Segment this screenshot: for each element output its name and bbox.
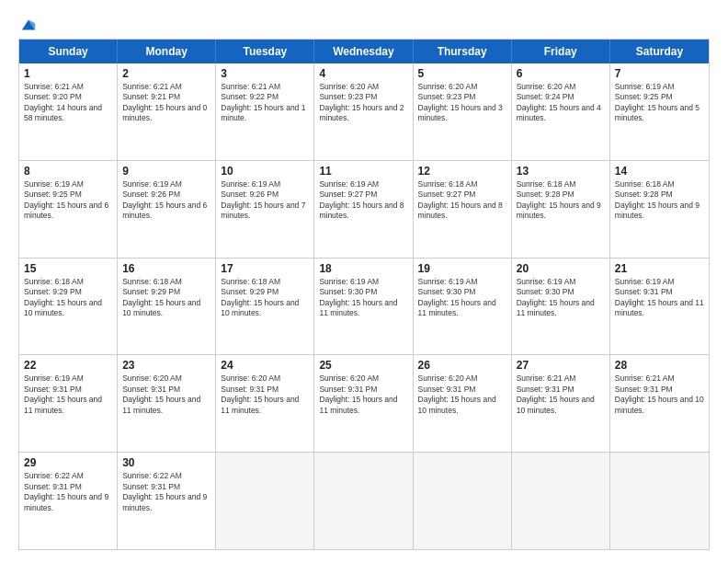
cell-info: Sunrise: 6:18 AMSunset: 9:29 PMDaylight:…	[122, 277, 210, 319]
calendar-cell-24: 24Sunrise: 6:20 AMSunset: 9:31 PMDayligh…	[216, 355, 314, 452]
day-name-thursday: Thursday	[414, 40, 512, 63]
day-number: 5	[418, 67, 506, 80]
cell-info: Sunrise: 6:19 AMSunset: 9:30 PMDaylight:…	[517, 277, 605, 319]
day-number: 22	[24, 359, 112, 372]
calendar-cell-9: 9Sunrise: 6:19 AMSunset: 9:26 PMDaylight…	[118, 161, 216, 258]
calendar-body: 1Sunrise: 6:21 AMSunset: 9:20 PMDaylight…	[19, 63, 709, 549]
empty-cell	[610, 453, 709, 549]
day-number: 24	[221, 359, 309, 372]
calendar-cell-27: 27Sunrise: 6:21 AMSunset: 9:31 PMDayligh…	[512, 355, 610, 452]
calendar-cell-28: 28Sunrise: 6:21 AMSunset: 9:31 PMDayligh…	[610, 355, 709, 452]
empty-cell	[414, 453, 512, 549]
calendar-cell-18: 18Sunrise: 6:19 AMSunset: 9:30 PMDayligh…	[314, 259, 413, 355]
calendar-cell-22: 22Sunrise: 6:19 AMSunset: 9:31 PMDayligh…	[19, 355, 118, 452]
cell-info: Sunrise: 6:18 AMSunset: 9:28 PMDaylight:…	[517, 179, 605, 222]
calendar-row-3: 15Sunrise: 6:18 AMSunset: 9:29 PMDayligh…	[19, 259, 709, 356]
cell-info: Sunrise: 6:21 AMSunset: 9:31 PMDaylight:…	[517, 373, 605, 416]
calendar-cell-11: 11Sunrise: 6:19 AMSunset: 9:27 PMDayligh…	[314, 161, 413, 258]
logo	[18, 17, 37, 29]
day-number: 2	[122, 67, 210, 80]
day-number: 25	[319, 359, 407, 372]
day-number: 4	[319, 67, 407, 80]
day-name-friday: Friday	[512, 40, 610, 63]
cell-info: Sunrise: 6:19 AMSunset: 9:31 PMDaylight:…	[24, 373, 112, 416]
cell-info: Sunrise: 6:19 AMSunset: 9:25 PMDaylight:…	[24, 179, 112, 222]
day-number: 9	[122, 165, 210, 178]
day-number: 15	[24, 262, 112, 275]
calendar-cell-25: 25Sunrise: 6:20 AMSunset: 9:31 PMDayligh…	[314, 355, 413, 452]
calendar-cell-19: 19Sunrise: 6:19 AMSunset: 9:30 PMDayligh…	[414, 259, 512, 355]
calendar-cell-6: 6Sunrise: 6:20 AMSunset: 9:24 PMDaylight…	[512, 63, 610, 160]
calendar-cell-10: 10Sunrise: 6:19 AMSunset: 9:26 PMDayligh…	[216, 161, 314, 258]
cell-info: Sunrise: 6:21 AMSunset: 9:31 PMDaylight:…	[615, 373, 704, 416]
day-name-wednesday: Wednesday	[314, 40, 413, 63]
calendar-cell-3: 3Sunrise: 6:21 AMSunset: 9:22 PMDaylight…	[216, 63, 314, 160]
cell-info: Sunrise: 6:21 AMSunset: 9:20 PMDaylight:…	[24, 82, 112, 124]
calendar-cell-15: 15Sunrise: 6:18 AMSunset: 9:29 PMDayligh…	[19, 259, 118, 355]
day-number: 17	[221, 262, 309, 275]
calendar-cell-23: 23Sunrise: 6:20 AMSunset: 9:31 PMDayligh…	[118, 355, 216, 452]
cell-info: Sunrise: 6:19 AMSunset: 9:26 PMDaylight:…	[122, 179, 210, 222]
day-number: 10	[221, 165, 309, 178]
day-number: 28	[615, 359, 704, 372]
calendar-row-2: 8Sunrise: 6:19 AMSunset: 9:25 PMDaylight…	[19, 161, 709, 259]
cell-info: Sunrise: 6:20 AMSunset: 9:31 PMDaylight:…	[319, 373, 407, 416]
calendar-cell-20: 20Sunrise: 6:19 AMSunset: 9:30 PMDayligh…	[512, 259, 610, 355]
logo-icon	[20, 17, 37, 33]
calendar-cell-26: 26Sunrise: 6:20 AMSunset: 9:31 PMDayligh…	[414, 355, 512, 452]
cell-info: Sunrise: 6:19 AMSunset: 9:31 PMDaylight:…	[615, 277, 704, 319]
calendar-cell-16: 16Sunrise: 6:18 AMSunset: 9:29 PMDayligh…	[118, 259, 216, 355]
day-number: 29	[24, 456, 112, 469]
day-number: 13	[517, 165, 605, 178]
cell-info: Sunrise: 6:20 AMSunset: 9:31 PMDaylight:…	[122, 373, 210, 416]
cell-info: Sunrise: 6:19 AMSunset: 9:27 PMDaylight:…	[319, 179, 407, 222]
calendar-row-4: 22Sunrise: 6:19 AMSunset: 9:31 PMDayligh…	[19, 355, 709, 453]
day-name-sunday: Sunday	[19, 40, 118, 63]
day-number: 8	[24, 165, 112, 178]
day-number: 6	[517, 67, 605, 80]
calendar: SundayMondayTuesdayWednesdayThursdayFrid…	[18, 39, 710, 550]
day-number: 16	[122, 262, 210, 275]
calendar-cell-14: 14Sunrise: 6:18 AMSunset: 9:28 PMDayligh…	[610, 161, 709, 258]
calendar-cell-12: 12Sunrise: 6:18 AMSunset: 9:27 PMDayligh…	[414, 161, 512, 258]
cell-info: Sunrise: 6:20 AMSunset: 9:23 PMDaylight:…	[418, 82, 506, 124]
day-number: 12	[418, 165, 506, 178]
top-section	[18, 17, 710, 29]
calendar-cell-5: 5Sunrise: 6:20 AMSunset: 9:23 PMDaylight…	[414, 63, 512, 160]
calendar-row-5: 29Sunrise: 6:22 AMSunset: 9:31 PMDayligh…	[19, 453, 709, 549]
cell-info: Sunrise: 6:20 AMSunset: 9:23 PMDaylight:…	[319, 82, 407, 124]
day-number: 18	[319, 262, 407, 275]
calendar-cell-2: 2Sunrise: 6:21 AMSunset: 9:21 PMDaylight…	[118, 63, 216, 160]
day-number: 19	[418, 262, 506, 275]
cell-info: Sunrise: 6:21 AMSunset: 9:21 PMDaylight:…	[122, 82, 210, 124]
day-number: 11	[319, 165, 407, 178]
cell-info: Sunrise: 6:19 AMSunset: 9:30 PMDaylight:…	[319, 277, 407, 319]
day-name-tuesday: Tuesday	[216, 40, 314, 63]
cell-info: Sunrise: 6:18 AMSunset: 9:28 PMDaylight:…	[615, 179, 704, 222]
cell-info: Sunrise: 6:20 AMSunset: 9:31 PMDaylight:…	[418, 373, 506, 416]
empty-cell	[512, 453, 610, 549]
calendar-row-1: 1Sunrise: 6:21 AMSunset: 9:20 PMDaylight…	[19, 63, 709, 161]
cell-info: Sunrise: 6:22 AMSunset: 9:31 PMDaylight:…	[24, 471, 112, 513]
day-number: 26	[418, 359, 506, 372]
calendar-header: SundayMondayTuesdayWednesdayThursdayFrid…	[19, 40, 709, 63]
cell-info: Sunrise: 6:19 AMSunset: 9:30 PMDaylight:…	[418, 277, 506, 319]
cell-info: Sunrise: 6:18 AMSunset: 9:27 PMDaylight:…	[418, 179, 506, 222]
day-number: 23	[122, 359, 210, 372]
calendar-cell-21: 21Sunrise: 6:19 AMSunset: 9:31 PMDayligh…	[610, 259, 709, 355]
page: SundayMondayTuesdayWednesdayThursdayFrid…	[0, 0, 728, 563]
day-number: 1	[24, 67, 112, 80]
calendar-cell-30: 30Sunrise: 6:22 AMSunset: 9:31 PMDayligh…	[118, 453, 216, 549]
cell-info: Sunrise: 6:18 AMSunset: 9:29 PMDaylight:…	[221, 277, 309, 319]
calendar-cell-8: 8Sunrise: 6:19 AMSunset: 9:25 PMDaylight…	[19, 161, 118, 258]
day-number: 27	[517, 359, 605, 372]
calendar-cell-29: 29Sunrise: 6:22 AMSunset: 9:31 PMDayligh…	[19, 453, 118, 549]
empty-cell	[314, 453, 413, 549]
calendar-cell-7: 7Sunrise: 6:19 AMSunset: 9:25 PMDaylight…	[610, 63, 709, 160]
day-number: 20	[517, 262, 605, 275]
day-name-saturday: Saturday	[610, 40, 709, 63]
cell-info: Sunrise: 6:19 AMSunset: 9:26 PMDaylight:…	[221, 179, 309, 222]
calendar-cell-4: 4Sunrise: 6:20 AMSunset: 9:23 PMDaylight…	[314, 63, 413, 160]
cell-info: Sunrise: 6:20 AMSunset: 9:31 PMDaylight:…	[221, 373, 309, 416]
day-number: 21	[615, 262, 704, 275]
